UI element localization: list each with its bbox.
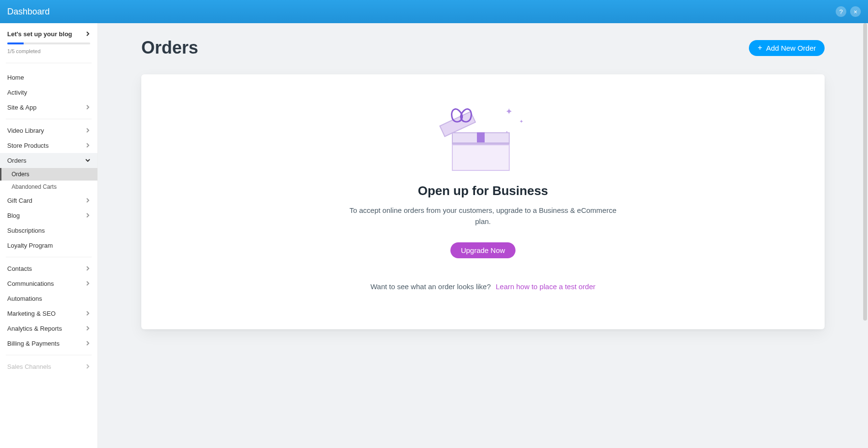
sidebar-item-billing-payments[interactable]: Billing & Payments [0,336,97,351]
chevron-right-icon [85,340,90,347]
chevron-right-icon [85,30,90,38]
setup-progress-bar [7,42,90,44]
chevron-down-icon [85,157,90,164]
sidebar-item-orders[interactable]: Orders [0,153,97,168]
chevron-right-icon [85,212,90,219]
sidebar-item-label: Store Products [7,142,49,149]
sidebar-item-label: Automations [7,295,42,302]
sidebar-item-analytics-reports[interactable]: Analytics & Reports [0,321,97,336]
sidebar-item-label: Activity [7,89,27,96]
close-icon[interactable]: × [850,6,861,17]
sidebar-item-label: Billing & Payments [7,340,59,347]
sidebar-item-video-library[interactable]: Video Library [0,123,97,138]
sidebar-item-label: Blog [7,212,20,219]
sidebar-item-label: Home [7,74,24,81]
sidebar-item-subscriptions[interactable]: Subscriptions [0,223,97,238]
chevron-right-icon [85,127,90,134]
setup-progress-fill [7,42,24,44]
setup-completed-text: 1/5 completed [7,48,90,54]
app-top-bar: Dashboard ? × [0,0,868,23]
sidebar-item-loyalty-program[interactable]: Loyalty Program [0,238,97,253]
page-header: Orders + Add New Order [98,23,868,63]
sidebar-item-label: Loyalty Program [7,242,53,249]
add-new-order-button[interactable]: + Add New Order [749,40,825,56]
scrollbar-thumb[interactable] [863,23,867,321]
sidebar-item-home[interactable]: Home [0,70,97,85]
chevron-right-icon [85,363,90,370]
sidebar-item-activity[interactable]: Activity [0,85,97,100]
chevron-right-icon [85,197,90,204]
sidebar-item-label: Gift Card [7,197,32,204]
plus-icon: + [758,44,762,52]
sidebar-subitem-abandoned-carts[interactable]: Abandoned Carts [0,181,97,193]
add-button-label: Add New Order [766,44,816,52]
upgrade-button-label: Upgrade Now [461,246,505,254]
vertical-scrollbar[interactable] [863,23,867,448]
sidebar-item-label: Contacts [7,265,32,272]
sidebar-item-label: Site & App [7,104,37,111]
sidebar-item-site-app[interactable]: Site & App [0,100,97,115]
sidebar-item-contacts[interactable]: Contacts [0,261,97,276]
sidebar-item-sales-channels[interactable]: Sales Channels [0,359,97,374]
top-bar-title: Dashboard [7,7,50,17]
sidebar-item-automations[interactable]: Automations [0,291,97,306]
sidebar-item-label: Subscriptions [7,227,45,234]
sidebar-item-blog[interactable]: Blog [0,208,97,223]
upgrade-now-button[interactable]: Upgrade Now [450,242,516,258]
top-bar-actions: ? × [836,6,861,17]
setup-block: Let's set up your blog 1/5 completed [0,23,97,59]
nav-divider [6,257,92,257]
sidebar-item-label: Video Library [7,127,44,134]
empty-state-title: Open up for Business [161,183,805,198]
sidebar-subitem-label: Orders [12,171,29,178]
setup-row[interactable]: Let's set up your blog [7,30,90,38]
sidebar-item-marketing-seo[interactable]: Marketing & SEO [0,306,97,321]
sidebar-item-label: Analytics & Reports [7,325,62,332]
test-order-prompt: Want to see what an order looks like? [370,282,491,291]
chevron-right-icon [85,104,90,111]
chevron-right-icon [85,265,90,272]
chevron-right-icon [85,325,90,332]
nav-divider [6,119,92,119]
sidebar-item-label: Orders [7,157,27,164]
help-icon[interactable]: ? [836,6,846,17]
content-area: Orders + Add New Order ✦ ✦ • [98,23,868,448]
sidebar-subitem-label: Abandoned Carts [12,183,56,190]
empty-state-panel: ✦ ✦ • Open up for Business To accept onl… [141,74,825,329]
sidebar: Let's set up your blog 1/5 completed Hom… [0,23,98,448]
empty-state-description: To accept online orders from your custom… [348,205,618,227]
sidebar-item-store-products[interactable]: Store Products [0,138,97,153]
chevron-right-icon [85,142,90,149]
chevron-right-icon [85,310,90,317]
nav-divider [6,355,92,355]
test-order-line: Want to see what an order looks like? Le… [161,282,805,291]
sidebar-item-label: Sales Channels [7,363,51,370]
nav-divider [6,63,92,63]
sidebar-item-label: Marketing & SEO [7,310,55,317]
sidebar-item-communications[interactable]: Communications [0,276,97,291]
chevron-right-icon [85,280,90,287]
page-title: Orders [141,38,198,58]
setup-title: Let's set up your blog [7,30,72,38]
gift-box-illustration: ✦ ✦ • [161,103,805,171]
sidebar-item-gift-card[interactable]: Gift Card [0,193,97,208]
nav-list: Home Activity Site & App Video Library S… [0,70,97,374]
learn-test-order-link[interactable]: Learn how to place a test order [496,282,596,291]
sidebar-subitem-orders[interactable]: Orders [0,168,97,181]
sidebar-item-label: Communications [7,280,54,287]
